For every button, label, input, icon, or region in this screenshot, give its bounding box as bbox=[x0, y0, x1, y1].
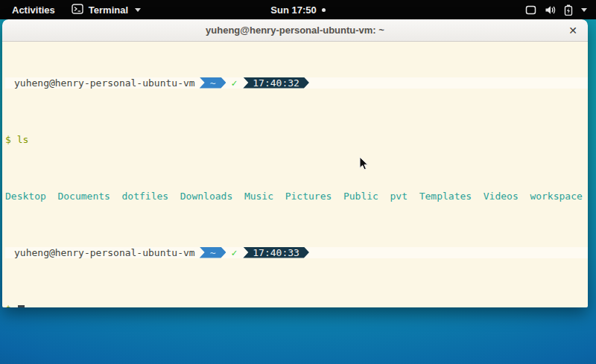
prompt-status-check-icon: ✓ bbox=[231, 247, 237, 258]
command-line: $ ls bbox=[5, 134, 588, 145]
prompt-line: yuheng@henry-personal-ubuntu-vm~✓17:40:3… bbox=[5, 77, 588, 89]
top-bar: Activities Terminal Sun 17:50 bbox=[0, 0, 596, 19]
system-status-area[interactable] bbox=[525, 0, 596, 19]
screen-icon bbox=[525, 5, 536, 15]
command-text: ls bbox=[17, 134, 29, 145]
prompt-line: yuheng@henry-personal-ubuntu-vm~✓17:40:3… bbox=[5, 247, 588, 258]
mouse-pointer-icon bbox=[359, 156, 369, 170]
ls-output-line: DesktopDocumentsdotfilesDownloadsMusicPi… bbox=[5, 191, 588, 202]
clock-label[interactable]: Sun 17:50 bbox=[270, 4, 316, 16]
app-menu-caret-icon bbox=[135, 8, 141, 12]
dir-entry: Desktop bbox=[5, 191, 46, 202]
prompt-cwd-segment: ~ bbox=[200, 77, 226, 89]
prompt-time-segment: 17:40:32 bbox=[243, 77, 309, 89]
terminal-screen[interactable]: yuheng@henry-personal-ubuntu-vm~✓17:40:3… bbox=[2, 42, 588, 307]
dir-entry: dotfiles bbox=[122, 191, 169, 202]
dir-entry: Videos bbox=[484, 191, 519, 202]
window-title: yuheng@henry-personal-ubuntu-vm: ~ bbox=[206, 25, 384, 36]
dir-entry: Downloads bbox=[180, 191, 232, 202]
notification-dot-icon bbox=[322, 8, 326, 12]
terminal-app-icon bbox=[72, 4, 83, 16]
activities-button[interactable]: Activities bbox=[9, 3, 58, 17]
prompt-user-host: yuheng@henry-personal-ubuntu-vm bbox=[14, 77, 195, 89]
app-indicator-terminal[interactable]: Terminal bbox=[72, 4, 141, 16]
dir-entry: Templates bbox=[419, 191, 472, 202]
terminal-window: yuheng@henry-personal-ubuntu-vm: ~ ✕ yuh… bbox=[2, 19, 588, 307]
volume-icon bbox=[545, 5, 556, 15]
app-indicator-label: Terminal bbox=[89, 4, 128, 16]
system-menu-caret-icon bbox=[581, 8, 587, 12]
dir-entry: Pictures bbox=[285, 191, 332, 202]
dir-entry: Documents bbox=[57, 191, 110, 202]
window-titlebar[interactable]: yuheng@henry-personal-ubuntu-vm: ~ ✕ bbox=[2, 19, 588, 42]
dir-entry: Music bbox=[244, 191, 273, 202]
prompt-cwd-segment: ~ bbox=[200, 247, 226, 258]
prompt-user-host: yuheng@henry-personal-ubuntu-vm bbox=[14, 247, 195, 258]
battery-charging-icon bbox=[564, 4, 573, 16]
dir-entry: workspace bbox=[530, 191, 582, 202]
prompt-status-check-icon: ✓ bbox=[231, 77, 237, 89]
dir-entry: Public bbox=[343, 191, 378, 202]
prompt-time-segment: 17:40:33 bbox=[243, 247, 309, 258]
close-button[interactable]: ✕ bbox=[564, 22, 582, 39]
prompt-symbol: $ bbox=[5, 134, 11, 145]
text-cursor bbox=[18, 305, 25, 307]
input-line: $ bbox=[5, 304, 588, 307]
prompt-symbol: $ bbox=[5, 304, 11, 307]
dir-entry: pvt bbox=[390, 191, 408, 202]
